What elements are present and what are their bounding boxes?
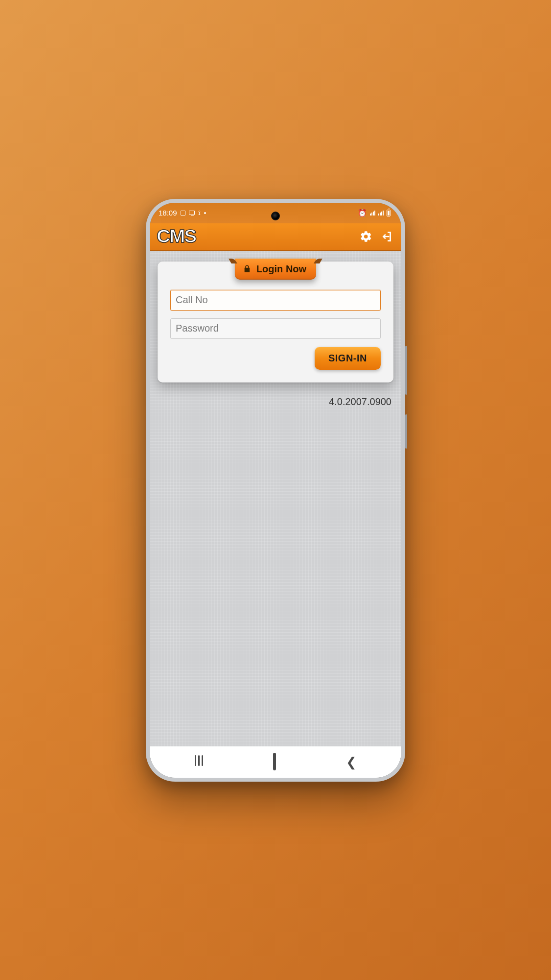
phone-frame: 18:09 ⟟ ⏰ CMS	[146, 199, 405, 782]
status-bluetooth-icon: ⟟	[198, 209, 201, 217]
gear-icon	[360, 230, 372, 243]
back-icon: ❮	[346, 755, 357, 769]
app-screen: 18:09 ⟟ ⏰ CMS	[150, 203, 401, 778]
status-more-icon	[204, 212, 206, 214]
settings-button[interactable]	[358, 229, 374, 244]
alarm-icon: ⏰	[358, 209, 367, 217]
status-right: ⏰	[358, 209, 390, 217]
login-tab: Login Now	[235, 259, 316, 280]
phone-screen-bezel: 18:09 ⟟ ⏰ CMS	[150, 203, 401, 778]
login-card: Login Now SIGN-IN	[158, 262, 393, 382]
phone-camera-hole	[271, 212, 280, 220]
app-version: 4.0.2007.0900	[158, 396, 393, 407]
home-icon	[273, 753, 276, 770]
nav-home-button[interactable]	[273, 754, 276, 769]
password-input[interactable]	[170, 318, 381, 339]
exit-button[interactable]	[379, 229, 394, 244]
nav-recent-button[interactable]	[195, 754, 203, 769]
battery-icon	[387, 210, 390, 216]
status-screen-icon	[189, 211, 195, 215]
exit-icon	[380, 230, 393, 243]
callno-input[interactable]	[170, 290, 381, 311]
signin-button[interactable]: SIGN-IN	[315, 347, 381, 370]
status-stop-icon	[181, 211, 185, 215]
recent-apps-icon	[195, 755, 203, 766]
status-left: 18:09 ⟟	[159, 209, 206, 217]
nav-back-button[interactable]: ❮	[346, 756, 357, 768]
phone-side-button	[405, 346, 407, 395]
signal-icon	[370, 211, 375, 215]
login-tab-label: Login Now	[256, 263, 306, 275]
app-header: CMS	[150, 223, 401, 251]
lock-icon	[243, 264, 252, 273]
system-nav-bar: ❮	[150, 746, 401, 778]
phone-side-button	[405, 414, 407, 449]
content-area: Login Now SIGN-IN 4.0.2007.0900	[150, 251, 401, 746]
status-time: 18:09	[159, 209, 177, 217]
signal-icon	[378, 211, 384, 215]
brand-logo: CMS	[157, 226, 196, 247]
